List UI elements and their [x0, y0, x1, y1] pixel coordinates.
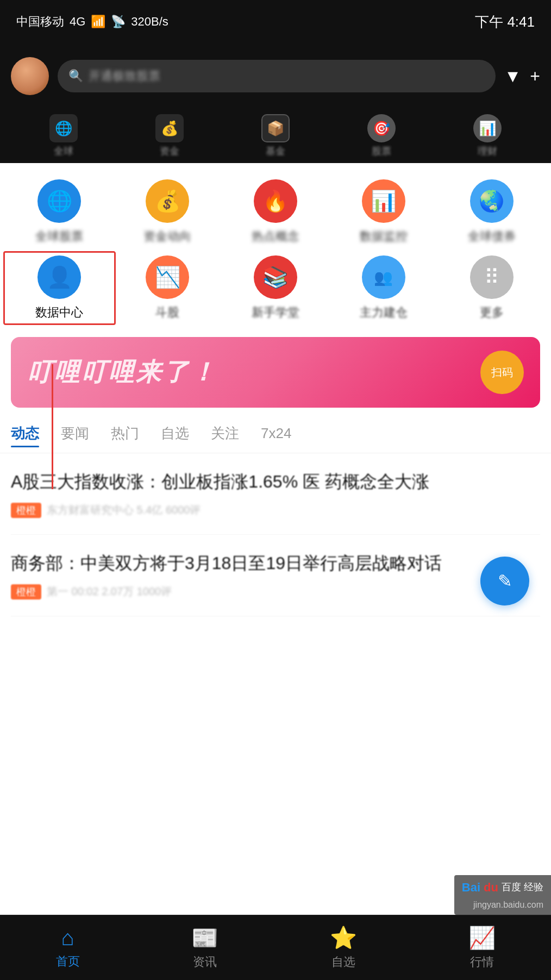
cat-item-dougou[interactable]: 📉 斗股	[119, 255, 216, 321]
cat-label-4: 全球债券	[468, 228, 516, 245]
news-tab-hot[interactable]: 热门	[111, 424, 139, 447]
nav-icon-global: 🌐	[49, 114, 78, 142]
cat-label-newbie: 新手学堂	[252, 304, 299, 321]
nav-item-0[interactable]: 🌐 全球	[49, 114, 78, 158]
bottom-nav-market[interactable]: 📈 行情	[468, 925, 496, 970]
nav-label-4: 理财	[478, 145, 497, 158]
cat-label-1: 资金动向	[143, 228, 191, 245]
cat-icon-monitor: 📊	[362, 179, 405, 223]
news-metainfo-0: 东方财富研究中心 5.4亿 6000评	[47, 503, 201, 517]
bottom-nav: ⌂ 首页 📰 资讯 ⭐ 自选 📈 行情	[0, 915, 551, 980]
cat-item-datacenter[interactable]: 👤 数据中心	[11, 255, 108, 321]
cat-icon-fund: 💰	[146, 179, 189, 223]
cat-icon-global: 🌐	[37, 179, 81, 223]
bottom-nav-watchlist[interactable]: ⭐ 自选	[330, 925, 357, 970]
nav-icon-stock: 🎯	[367, 114, 396, 142]
news-title-0: A股三大指数收涨：创业板指涨1.65% 医 药概念全大涨	[11, 470, 540, 494]
category-row-1: 🌐 全球股票 💰 资金动向 🔥 热点概念 📊 数据监控 🌏	[0, 163, 551, 250]
cat-icon-dougou: 📉	[146, 255, 189, 299]
status-bar: 中国移动 4G 📶 📡 320B/s 下午 4:41	[0, 0, 551, 43]
news-source-1: 橙橙	[11, 584, 41, 600]
add-icon[interactable]: +	[530, 66, 540, 86]
banner[interactable]: 叮哩叮哩来了！ 扫码	[11, 337, 540, 408]
time-display: 下午 4:41	[475, 13, 535, 32]
category-row-2: 👤 数据中心 📉 斗股 📚 新手学堂 👥 主力建仓	[0, 250, 551, 332]
banner-text: 叮哩叮哩来了！	[27, 358, 217, 386]
baidu-watermark: Baidu 百度 经验 jingyan.baidu.com	[454, 875, 551, 915]
news-tab-self[interactable]: 自选	[161, 424, 189, 447]
nav-icon-fund2: 📦	[261, 114, 290, 142]
banner-qr[interactable]: 扫码	[480, 351, 524, 394]
news-meta-0: 橙橙 东方财富研究中心 5.4亿 6000评	[11, 503, 540, 518]
cat-icon-more-grid: ⠿	[470, 255, 514, 299]
red-vertical-line	[52, 364, 53, 489]
edit-icon: ✎	[498, 571, 512, 591]
cat-icon-bond: 🌏	[470, 179, 514, 223]
cat-item-3[interactable]: 📊 数据监控	[335, 179, 432, 245]
nav-item-4[interactable]: 📊 理财	[473, 114, 502, 158]
news-tabs: 动态 要闻 热门 自选 关注 7x24	[0, 413, 551, 453]
second-nav-row: 🌐 全球 💰 资金 📦 基金 🎯 股票 📊 理财	[0, 109, 551, 163]
cat-item-2[interactable]: 🔥 热点概念	[227, 179, 324, 245]
nav-item-3[interactable]: 🎯 股票	[367, 114, 396, 158]
cat-item-newbie[interactable]: 📚 新手学堂	[227, 255, 324, 321]
cat-label-datacenter: 数据中心	[35, 304, 83, 321]
bottom-nav-label-home: 首页	[56, 953, 80, 970]
nav-item-2[interactable]: 📦 基金	[261, 114, 290, 158]
news-metainfo-1: 第一 00:02 2.07万 1000评	[47, 584, 172, 599]
baidu-brand: Baidu 百度 经验	[462, 878, 543, 896]
avatar[interactable]	[11, 57, 49, 95]
signal-icon: 📶	[91, 15, 105, 29]
news-tab-dynamic[interactable]: 动态	[11, 424, 39, 447]
bottom-nav-home[interactable]: ⌂ 首页	[56, 926, 80, 970]
float-edit-button[interactable]: ✎	[480, 557, 529, 606]
bottom-nav-news[interactable]: 📰 资讯	[191, 925, 218, 970]
search-bar[interactable]: 🔍 开通极致股票	[58, 60, 496, 92]
top-nav-bar: 🔍 开通极致股票 ▼ +	[0, 43, 551, 109]
bottom-spacer	[0, 616, 551, 682]
nav-label-3: 股票	[372, 145, 391, 158]
news-meta-1: 橙橙 第一 00:02 2.07万 1000评	[11, 584, 540, 600]
filter-icon[interactable]: ▼	[504, 66, 522, 86]
news-title-1: 商务部：中美双方将于3月18日至19日举行高层战略对话	[11, 551, 540, 576]
carrier-text: 中国移动	[16, 14, 64, 30]
cat-label-position: 主力建仓	[360, 304, 408, 321]
cat-label-3: 数据监控	[360, 228, 408, 245]
news-item-0[interactable]: A股三大指数收涨：创业板指涨1.65% 医 药概念全大涨 橙橙 东方财富研究中心…	[11, 453, 540, 535]
search-placeholder: 开通极致股票	[89, 68, 160, 84]
banner-qr-label: 扫码	[491, 365, 513, 380]
cat-item-more[interactable]: ⠿ 更多	[443, 255, 540, 321]
cat-item-position[interactable]: 👥 主力建仓	[335, 255, 432, 321]
cat-icon-datacenter: 👤	[37, 255, 81, 299]
news-tab-724[interactable]: 7x24	[261, 425, 291, 446]
cat-item-4[interactable]: 🌏 全球债券	[443, 179, 540, 245]
market-icon: 📈	[468, 925, 496, 951]
news-item-1[interactable]: 商务部：中美双方将于3月18日至19日举行高层战略对话 橙橙 第一 00:02 …	[11, 535, 540, 616]
cat-icon-hot: 🔥	[254, 179, 297, 223]
news-tab-follow[interactable]: 关注	[211, 424, 239, 447]
nav-label-0: 全球	[54, 145, 73, 158]
cat-label-0: 全球股票	[35, 228, 83, 245]
cat-item-0[interactable]: 🌐 全球股票	[11, 179, 108, 245]
watchlist-icon: ⭐	[330, 925, 357, 951]
nav-icon-more: 📊	[473, 114, 502, 142]
cat-icon-position: 👥	[362, 255, 405, 299]
cat-icon-newbie: 📚	[254, 255, 297, 299]
news-list: A股三大指数收涨：创业板指涨1.65% 医 药概念全大涨 橙橙 东方财富研究中心…	[0, 453, 551, 616]
search-icon: 🔍	[68, 69, 83, 83]
status-left: 中国移动 4G 📶 📡 320B/s	[16, 14, 168, 30]
network-badge: 4G	[70, 15, 85, 29]
baidu-url: jingyan.baidu.com	[462, 898, 543, 912]
cat-label-more: 更多	[480, 304, 504, 321]
cat-item-1[interactable]: 💰 资金动向	[119, 179, 216, 245]
nav-icon-fund: 💰	[155, 114, 184, 142]
nav-label-1: 资金	[160, 145, 179, 158]
top-nav-icons: ▼ +	[504, 66, 540, 86]
cat-label-dougou: 斗股	[155, 304, 179, 321]
nav-item-1[interactable]: 💰 资金	[155, 114, 184, 158]
wifi-icon: 📡	[111, 15, 126, 29]
content-card: 🌐 全球股票 💰 资金动向 🔥 热点概念 📊 数据监控 🌏	[0, 163, 551, 682]
news-source-0: 橙橙	[11, 503, 41, 518]
news-tab-important[interactable]: 要闻	[61, 424, 89, 447]
home-icon: ⌂	[61, 926, 74, 950]
